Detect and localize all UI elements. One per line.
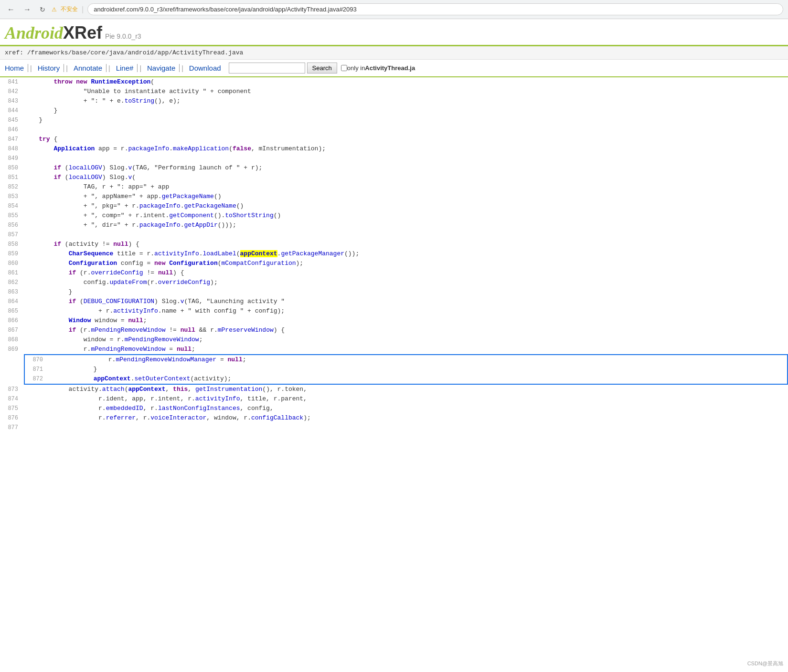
line-number[interactable]: 852 — [0, 182, 24, 191]
code-line: 853 + ", appName=" + app.getPackageName(… — [0, 192, 788, 201]
line-number[interactable]: 865 — [0, 306, 24, 315]
only-filename-label: ActivityThread.ja — [365, 64, 415, 72]
line-number[interactable]: 854 — [0, 201, 24, 210]
nav-navigate[interactable]: Navigate — [143, 64, 180, 72]
code-line: 871 } — [1, 365, 787, 374]
line-number[interactable]: 871 — [25, 365, 49, 374]
line-number[interactable]: 866 — [0, 316, 24, 325]
line-number[interactable]: 874 — [0, 394, 24, 403]
line-number[interactable]: 843 — [0, 96, 24, 105]
back-button[interactable]: ← — [5, 4, 17, 15]
line-content: } — [24, 116, 788, 125]
code-area: 841 throw new RuntimeException(842 "Unab… — [0, 77, 788, 432]
code-line: 850 if (localLOGV) Slog.v(TAG, "Performi… — [0, 163, 788, 173]
code-line: 872 appContext.setOuterContext(activity)… — [1, 374, 787, 384]
nav-home[interactable]: Home — [5, 64, 28, 72]
line-number[interactable]: 844 — [0, 106, 24, 115]
line-number[interactable]: 848 — [0, 144, 24, 153]
line-content: if (DEBUG_CONFIGURATION) Slog.v(TAG, "La… — [24, 297, 788, 306]
line-content: + ", pkg=" + r.packageInfo.getPackageNam… — [24, 201, 788, 211]
line-number[interactable]: 855 — [0, 211, 24, 220]
code-line: 867 if (r.mPendingRemoveWindow != null &… — [0, 326, 788, 335]
line-content: config.updateFrom(r.overrideConfig); — [24, 278, 788, 287]
only-in-file-checkbox[interactable] — [341, 65, 347, 71]
line-content: "Unable to instantiate activity " + comp… — [24, 87, 788, 96]
forward-button[interactable]: → — [21, 4, 33, 15]
line-content: if (localLOGV) Slog.v(TAG, "Performing l… — [24, 163, 788, 173]
code-line: 874 r.ident, app, r.intent, r.activityIn… — [0, 394, 788, 404]
highlight-box: 870 r.mPendingRemoveWindowManager = null… — [24, 354, 788, 385]
breadcrumb: xref: /frameworks/base/core/java/android… — [0, 46, 788, 60]
line-content: r.ident, app, r.intent, r.activityInfo, … — [24, 394, 788, 404]
line-number[interactable]: 856 — [0, 220, 24, 230]
code-line: 860 Configuration config = new Configura… — [0, 259, 788, 268]
line-number[interactable]: 864 — [0, 297, 24, 306]
line-number[interactable]: 868 — [0, 335, 24, 344]
url-separator: | — [82, 5, 84, 14]
code-line: 841 throw new RuntimeException( — [0, 77, 788, 87]
line-content: if (activity != null) { — [24, 240, 788, 249]
line-content: if (r.mPendingRemoveWindow != null && r.… — [24, 326, 788, 335]
line-content: TAG, r + ": app=" + app — [24, 182, 788, 192]
code-line: 858 if (activity != null) { — [0, 240, 788, 249]
line-number[interactable]: 858 — [0, 240, 24, 249]
line-number[interactable]: 876 — [0, 413, 24, 422]
line-number[interactable]: 847 — [0, 135, 24, 144]
line-number[interactable]: 850 — [0, 163, 24, 172]
line-number[interactable]: 861 — [0, 268, 24, 277]
line-content: } — [24, 287, 788, 297]
line-number[interactable]: 869 — [0, 345, 24, 354]
line-content: r.referrer, r.voiceInteractor, window, r… — [24, 413, 788, 423]
line-number[interactable]: 849 — [0, 154, 24, 163]
line-content: } — [49, 365, 787, 374]
line-number[interactable]: 872 — [25, 374, 49, 383]
nav-history[interactable]: History — [34, 64, 64, 72]
line-number[interactable]: 870 — [25, 355, 49, 364]
nav-annotate[interactable]: Annotate — [70, 64, 106, 72]
line-number[interactable]: 845 — [0, 116, 24, 125]
nav-line[interactable]: Line# — [112, 64, 138, 72]
reload-button[interactable]: ↻ — [37, 5, 48, 14]
line-number[interactable]: 846 — [0, 125, 24, 134]
line-content: } — [24, 106, 788, 116]
line-number[interactable]: 877 — [0, 423, 24, 432]
line-content: appContext.setOuterContext(activity); — [49, 374, 787, 384]
line-number[interactable]: 862 — [0, 278, 24, 287]
code-line: 845 } — [0, 116, 788, 125]
line-number[interactable]: 860 — [0, 259, 24, 268]
line-content: activity.attach(appContext, this, getIns… — [24, 385, 788, 394]
line-number[interactable]: 859 — [0, 249, 24, 258]
search-button[interactable]: Search — [307, 63, 337, 74]
nav-bar: Home | History | Annotate | Line# | Navi… — [0, 60, 788, 77]
line-number[interactable]: 851 — [0, 173, 24, 182]
search-input[interactable] — [229, 63, 305, 74]
line-number[interactable]: 857 — [0, 230, 24, 239]
code-line: 864 if (DEBUG_CONFIGURATION) Slog.v(TAG,… — [0, 297, 788, 306]
line-number[interactable]: 853 — [0, 192, 24, 201]
logo-area: Android XRef Pie 9.0.0_r3 — [0, 23, 788, 43]
code-line: 856 + ", dir=" + r.packageInfo.getAppDir… — [0, 220, 788, 230]
only-in-label: only in — [347, 64, 365, 72]
code-line: 847 try { — [0, 135, 788, 144]
code-line: 876 r.referrer, r.voiceInteractor, windo… — [0, 413, 788, 423]
line-number[interactable]: 841 — [0, 77, 24, 86]
nav-download[interactable]: Download — [185, 64, 225, 72]
code-line: 870 r.mPendingRemoveWindowManager = null… — [1, 355, 787, 365]
line-content: if (r.overrideConfig != null) { — [24, 268, 788, 278]
address-bar[interactable] — [87, 3, 783, 15]
security-label: 不安全 — [61, 5, 78, 13]
line-number[interactable]: 863 — [0, 287, 24, 296]
line-content: window = r.mPendingRemoveWindow; — [24, 335, 788, 345]
line-content: + r.activityInfo.name + " with config " … — [24, 306, 788, 316]
code-line: 868 window = r.mPendingRemoveWindow; — [0, 335, 788, 345]
line-content: try { — [24, 135, 788, 144]
code-line: 875 r.embeddedID, r.lastNonConfigInstanc… — [0, 404, 788, 413]
line-content: r.embeddedID, r.lastNonConfigInstances, … — [24, 404, 788, 413]
code-line: 849 — [0, 154, 788, 163]
code-line: 852 TAG, r + ": app=" + app — [0, 182, 788, 192]
line-number[interactable]: 875 — [0, 404, 24, 413]
code-line: 869 r.mPendingRemoveWindow = null; — [0, 345, 788, 354]
line-number[interactable]: 842 — [0, 87, 24, 96]
line-number[interactable]: 867 — [0, 326, 24, 335]
line-number[interactable]: 873 — [0, 385, 24, 394]
